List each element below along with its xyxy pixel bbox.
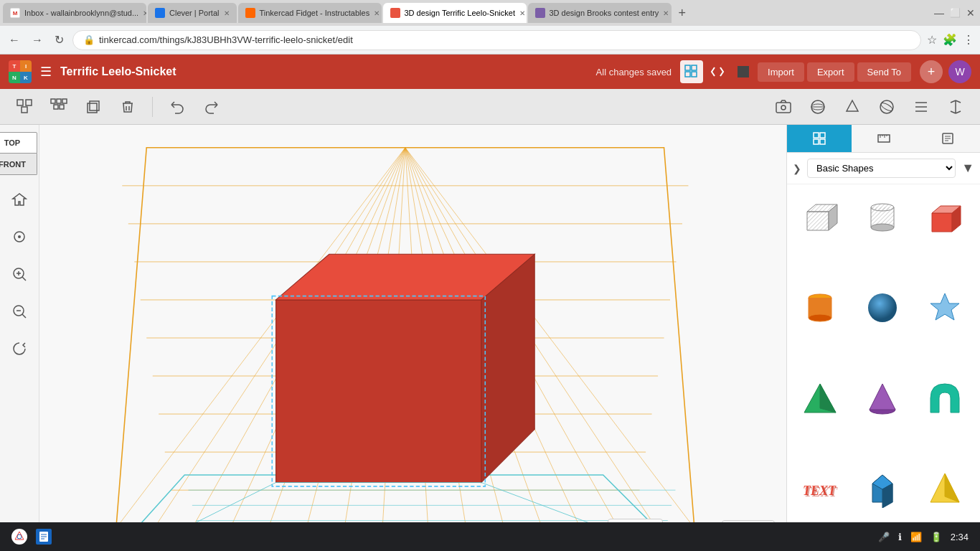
teal-arch-icon	[925, 378, 965, 418]
view-front-button[interactable]: FRONT	[0, 154, 37, 175]
tab-brooks-close[interactable]: ✕	[663, 9, 669, 17]
tab-brooks[interactable]: 3D design Brooks contest entry ✕	[528, 3, 672, 23]
view-top-button[interactable]: TOP	[0, 132, 37, 154]
duplicate-button[interactable]	[80, 94, 106, 120]
svg-rect-7	[22, 107, 27, 113]
shape-red-box[interactable]	[918, 190, 972, 245]
mic-icon[interactable]: 🎤	[878, 532, 890, 542]
main-area: TOP FRONT	[0, 125, 980, 551]
canvas-area[interactable]: Edit Grid Snap Grid 1/64 in ▼	[39, 125, 786, 551]
grid-view-button[interactable]	[680, 60, 703, 83]
striped-box-icon	[800, 197, 840, 237]
logo-n: N	[9, 72, 20, 83]
undo-button[interactable]	[164, 94, 190, 120]
panel-collapse-chevron[interactable]: ❯	[793, 163, 801, 174]
dark-mode-button[interactable]	[732, 60, 755, 83]
brooks-tab-icon	[535, 8, 545, 18]
delete-button[interactable]	[115, 94, 141, 120]
address-bar[interactable]: 🔒 tinkercad.com/things/kJ83UBHh3VW-terri…	[72, 30, 921, 50]
shape-tool[interactable]	[839, 94, 865, 120]
shape-text[interactable]: TEXT TEXT	[793, 461, 847, 515]
shape-crystal[interactable]	[918, 281, 972, 335]
refresh-button[interactable]: ↻	[52, 30, 67, 50]
text-shape-icon: TEXT TEXT	[800, 468, 840, 508]
tab-tinkercad-close[interactable]: ✕	[519, 9, 525, 17]
tab-clever[interactable]: Clever | Portal ✕	[148, 3, 237, 23]
fit-all-button[interactable]	[6, 224, 32, 250]
orbit-tool[interactable]	[874, 94, 900, 120]
docs-icon[interactable]	[36, 529, 52, 545]
chrome-logo-icon	[14, 531, 25, 542]
shape-striped-cylinder[interactable]	[855, 190, 910, 245]
forward-button[interactable]: →	[29, 31, 46, 50]
tab-instructables[interactable]: Tinkercad Fidget - Instructables ✕	[238, 3, 382, 23]
back-button[interactable]: ←	[6, 31, 23, 50]
instructables-icon	[245, 8, 255, 18]
green-pyramid-icon	[800, 378, 840, 418]
export-button[interactable]: Export	[807, 62, 854, 82]
shape-yellow-pyramid[interactable]	[918, 461, 972, 515]
zoom-in-button[interactable]	[6, 261, 32, 287]
zoom-out-button[interactable]	[6, 298, 32, 324]
tab-ruler[interactable]	[852, 125, 916, 152]
orbit-view-icon	[11, 341, 27, 357]
redo-button[interactable]	[199, 94, 225, 120]
chrome-icon[interactable]	[11, 529, 27, 545]
code-view-button[interactable]	[706, 60, 729, 83]
mirror-button[interactable]	[943, 94, 969, 120]
svg-point-26	[18, 235, 21, 238]
extensions-icon[interactable]: 🧩	[943, 33, 957, 47]
shape-icon	[844, 98, 861, 116]
maximize-button[interactable]: ⬜	[948, 6, 961, 19]
mirror-icon	[947, 98, 964, 116]
svg-point-16	[781, 105, 786, 110]
align-button[interactable]	[908, 94, 934, 120]
shape-orange-cylinder[interactable]	[793, 281, 847, 335]
moon-icon	[736, 65, 750, 79]
shape-purple-cone[interactable]	[855, 371, 910, 425]
logo-k: K	[20, 72, 32, 83]
import-button[interactable]: Import	[758, 62, 804, 82]
docs-logo-icon	[39, 531, 49, 542]
tab-instructables-close[interactable]: ✕	[374, 9, 380, 17]
orbit-view-button[interactable]	[6, 336, 32, 362]
shape-blue-sphere[interactable]	[855, 281, 910, 335]
shape-blue-prism[interactable]	[855, 461, 910, 515]
tab-workplane[interactable]	[787, 125, 852, 152]
user-actions: + W	[920, 60, 971, 83]
shape-green-pyramid[interactable]	[793, 371, 847, 425]
battery-icon[interactable]: 🔋	[930, 532, 942, 542]
tab-instructables-label: Tinkercad Fidget - Instructables	[260, 9, 370, 17]
shape-category-dropdown[interactable]: Basic Shapes	[807, 159, 956, 178]
group-button[interactable]	[11, 94, 37, 120]
left-panel: TOP FRONT	[0, 125, 39, 551]
tab-notes[interactable]	[915, 125, 980, 152]
add-user-button[interactable]: +	[920, 60, 943, 83]
dropdown-arrow-icon[interactable]: ▼	[961, 161, 974, 176]
new-tab-button[interactable]: +	[673, 6, 692, 21]
user-avatar[interactable]: W	[948, 60, 971, 83]
camera-button[interactable]	[771, 94, 796, 120]
tab-tinkercad[interactable]: 3D design Terrific Leelo-Snicket ✕	[383, 3, 527, 23]
tab-gmail-close[interactable]: ✕	[143, 9, 146, 17]
duplicate-icon	[85, 98, 102, 116]
tab-gmail-label: Inbox - wallainbrooklynn@stud...	[24, 9, 138, 17]
minimize-button[interactable]: —	[933, 6, 946, 19]
bookmark-icon[interactable]: ☆	[927, 33, 937, 47]
hamburger-icon[interactable]: ☰	[40, 64, 52, 80]
svg-marker-65	[276, 300, 481, 483]
tab-clever-close[interactable]: ✕	[224, 9, 230, 17]
wifi-icon[interactable]: 📶	[910, 532, 922, 542]
shape-striped-box[interactable]	[793, 190, 847, 245]
svg-point-104	[868, 293, 897, 322]
tab-gmail[interactable]: M Inbox - wallainbrooklynn@stud... ✕	[3, 3, 146, 23]
ungroup-button[interactable]	[46, 94, 72, 120]
perspective-button[interactable]	[805, 94, 831, 120]
close-button[interactable]: ✕	[964, 6, 977, 19]
menu-icon[interactable]: ⋮	[963, 33, 974, 47]
svg-rect-74	[820, 133, 825, 138]
send-to-button[interactable]: Send To	[857, 62, 911, 82]
info-icon[interactable]: ℹ	[898, 532, 902, 542]
shape-teal-arch[interactable]	[918, 371, 972, 425]
home-view-button[interactable]	[6, 187, 32, 212]
